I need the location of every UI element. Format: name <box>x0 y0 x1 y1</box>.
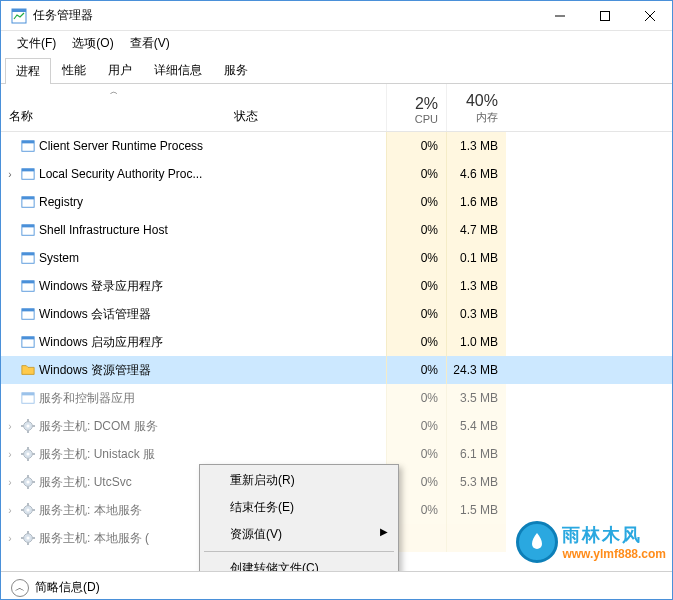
tab-performance[interactable]: 性能 <box>51 57 97 83</box>
fewer-details-icon[interactable]: ︿ <box>11 579 29 597</box>
menu-view[interactable]: 查看(V) <box>122 33 178 54</box>
process-cpu: 0% <box>386 356 446 384</box>
svg-rect-13 <box>22 225 34 228</box>
process-memory: 1.6 MB <box>446 188 506 216</box>
watermark-text: 雨林木风 <box>562 523 666 547</box>
expand-toggle-icon[interactable]: › <box>1 505 19 516</box>
process-row[interactable]: Windows 登录应用程序0%1.3 MB <box>1 272 672 300</box>
svg-rect-1 <box>12 9 26 12</box>
process-cpu: 0% <box>386 216 446 244</box>
tab-details[interactable]: 详细信息 <box>143 57 213 83</box>
cpu-usage-percent: 2% <box>395 95 438 113</box>
column-status[interactable]: 状态 <box>226 84 386 131</box>
ctx-create-dump[interactable]: 创建转储文件(C) <box>202 555 396 571</box>
process-memory: 3.5 MB <box>446 384 506 412</box>
process-icon <box>19 502 37 518</box>
process-cpu: 0% <box>386 244 446 272</box>
ctx-resource-values[interactable]: 资源值(V) ▶ <box>202 521 396 548</box>
sort-indicator-icon: ︿ <box>110 86 118 97</box>
process-memory: 4.7 MB <box>446 216 506 244</box>
svg-rect-15 <box>22 253 34 256</box>
process-row[interactable]: Windows 资源管理器0%24.3 MB <box>1 356 672 384</box>
submenu-arrow-icon: ▶ <box>380 526 388 537</box>
process-row[interactable]: Registry0%1.6 MB <box>1 188 672 216</box>
process-memory: 5.4 MB <box>446 412 506 440</box>
process-row[interactable]: Client Server Runtime Process0%1.3 MB <box>1 132 672 160</box>
column-headers: ︿ 名称 状态 2% CPU 40% 内存 <box>1 84 672 132</box>
expand-toggle-icon[interactable]: › <box>1 421 19 432</box>
process-memory: 1.3 MB <box>446 132 506 160</box>
menu-file[interactable]: 文件(F) <box>9 33 64 54</box>
process-name: Local Security Authority Proc... <box>37 167 386 181</box>
process-name: 服务和控制器应用 <box>37 390 386 407</box>
menubar: 文件(F) 选项(O) 查看(V) <box>1 31 672 55</box>
process-name: 服务主机: DCOM 服务 <box>37 418 386 435</box>
svg-rect-11 <box>22 197 34 200</box>
app-icon <box>11 8 27 24</box>
ctx-restart[interactable]: 重新启动(R) <box>202 467 396 494</box>
fewer-details-label[interactable]: 简略信息(D) <box>35 579 100 596</box>
process-row[interactable]: Shell Infrastructure Host0%4.7 MB <box>1 216 672 244</box>
process-cpu: 0% <box>386 188 446 216</box>
svg-rect-21 <box>22 337 34 340</box>
tab-processes[interactable]: 进程 <box>5 58 51 84</box>
expand-toggle-icon[interactable]: › <box>1 477 19 488</box>
process-icon <box>19 446 37 462</box>
svg-rect-9 <box>22 169 34 172</box>
process-row[interactable]: Windows 会话管理器0%0.3 MB <box>1 300 672 328</box>
expand-toggle-icon[interactable]: › <box>1 449 19 460</box>
process-memory: 4.6 MB <box>446 160 506 188</box>
footer: ︿ 简略信息(D) <box>1 571 672 600</box>
svg-rect-3 <box>600 11 609 20</box>
process-cpu: 0% <box>386 384 446 412</box>
watermark: 雨林木风 www.ylmf888.com <box>516 521 666 563</box>
watermark-url: www.ylmf888.com <box>562 547 666 561</box>
menu-options[interactable]: 选项(O) <box>64 33 121 54</box>
column-name[interactable]: ︿ 名称 <box>1 84 226 131</box>
process-name: Registry <box>37 195 386 209</box>
ctx-resource-values-label: 资源值(V) <box>230 527 282 541</box>
svg-point-31 <box>26 452 29 455</box>
expand-toggle-icon[interactable]: › <box>1 533 19 544</box>
tab-users[interactable]: 用户 <box>97 57 143 83</box>
context-menu: 重新启动(R) 结束任务(E) 资源值(V) ▶ 创建转储文件(C) 转到详细信… <box>199 464 399 571</box>
process-name: Shell Infrastructure Host <box>37 223 386 237</box>
svg-point-25 <box>26 424 29 427</box>
tabbar: 进程 性能 用户 详细信息 服务 <box>1 55 672 84</box>
process-icon <box>19 250 37 266</box>
expand-toggle-icon[interactable]: › <box>1 169 19 180</box>
process-row[interactable]: ›服务主机: DCOM 服务0%5.4 MB <box>1 412 672 440</box>
process-name: 服务主机: Unistack 服 <box>37 446 386 463</box>
process-view: ︿ 名称 状态 2% CPU 40% 内存 Client Server Runt… <box>1 84 672 571</box>
process-icon <box>19 222 37 238</box>
process-memory: 6.1 MB <box>446 440 506 468</box>
process-cpu: 0% <box>386 328 446 356</box>
column-memory-label: 内存 <box>455 110 498 125</box>
process-icon <box>19 166 37 182</box>
watermark-logo-icon <box>516 521 558 563</box>
ctx-separator <box>204 551 394 552</box>
minimize-button[interactable] <box>537 1 582 30</box>
process-row[interactable]: Windows 启动应用程序0%1.0 MB <box>1 328 672 356</box>
column-cpu[interactable]: 2% CPU <box>386 84 446 131</box>
titlebar: 任务管理器 <box>1 1 672 31</box>
column-memory[interactable]: 40% 内存 <box>446 84 506 131</box>
process-row[interactable]: System0%0.1 MB <box>1 244 672 272</box>
process-memory <box>446 524 506 552</box>
close-button[interactable] <box>627 1 672 30</box>
svg-rect-23 <box>22 393 34 396</box>
column-name-label: 名称 <box>9 108 218 125</box>
memory-usage-percent: 40% <box>455 92 498 110</box>
process-cpu: 0% <box>386 272 446 300</box>
svg-rect-7 <box>22 141 34 144</box>
process-row[interactable]: ›Local Security Authority Proc...0%4.6 M… <box>1 160 672 188</box>
svg-point-37 <box>26 480 29 483</box>
process-row[interactable]: 服务和控制器应用0%3.5 MB <box>1 384 672 412</box>
process-memory: 1.3 MB <box>446 272 506 300</box>
maximize-button[interactable] <box>582 1 627 30</box>
process-name: System <box>37 251 386 265</box>
process-icon <box>19 306 37 322</box>
ctx-end-task[interactable]: 结束任务(E) <box>202 494 396 521</box>
process-name: Windows 会话管理器 <box>37 306 386 323</box>
tab-services[interactable]: 服务 <box>213 57 259 83</box>
